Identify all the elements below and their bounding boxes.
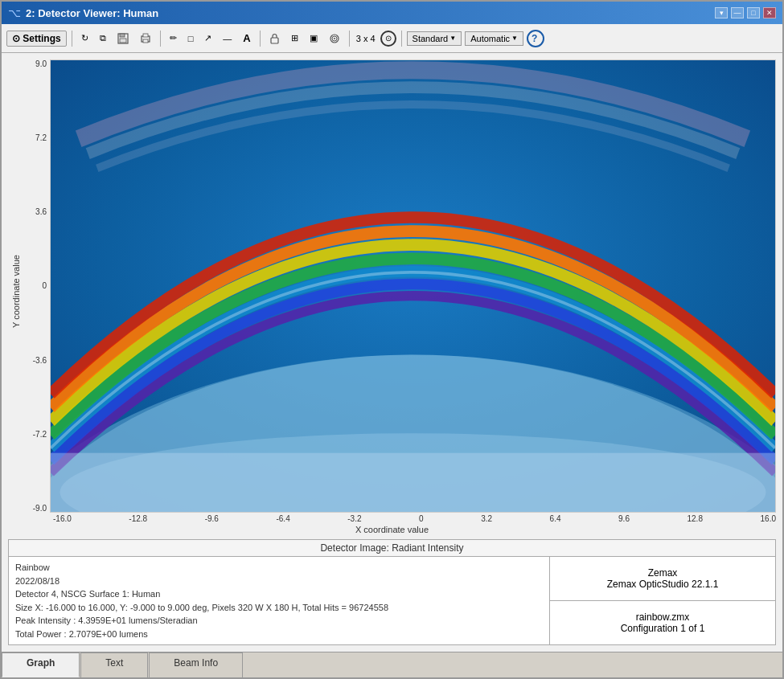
- separator-5: [401, 31, 402, 47]
- img-button[interactable]: ▣: [306, 31, 322, 46]
- x-tick-n64: -6.4: [276, 514, 289, 523]
- separator-1: [72, 31, 72, 47]
- main-content: Y coordinate value 9.0 7.2 3.6 0 -3.6 -7…: [2, 53, 782, 652]
- lock-button[interactable]: [265, 31, 284, 47]
- arrow-button[interactable]: ↗: [200, 31, 215, 46]
- configuration: Configuration 1 of 1: [621, 623, 705, 634]
- pencil-button[interactable]: ✏: [166, 31, 181, 46]
- y-tick-36: 3.6: [21, 207, 47, 216]
- y-tick-9: 9.0: [21, 59, 47, 68]
- copy-button[interactable]: ⧉: [96, 31, 110, 46]
- y-axis-label: Y coordinate value: [8, 59, 21, 523]
- filename: rainbow.zmx: [621, 612, 705, 623]
- grid-label: 3 x 4: [356, 34, 376, 43]
- x-tick-labels: -16.0 -12.8 -9.6 -6.4 -3.2 0 3.2 6.4 9.6…: [21, 513, 776, 523]
- tab-bar: Graph Text Beam Info: [2, 652, 782, 677]
- svg-rect-4: [143, 34, 148, 37]
- title-bar-controls: ▾ — □ ✕: [715, 7, 776, 18]
- x-tick-n128: -12.8: [129, 514, 147, 523]
- chart-with-axes: Y coordinate value 9.0 7.2 3.6 0 -3.6 -7…: [8, 59, 776, 523]
- info-line-1: Rainbow: [15, 561, 543, 575]
- title-bar: ⌥ 2: Detector Viewer: Human ▾ — □ ✕: [2, 2, 782, 24]
- tab-text[interactable]: Text: [80, 652, 148, 677]
- maximize-button[interactable]: □: [747, 7, 760, 18]
- info-body: Rainbow 2022/08/18 Detector 4, NSCG Surf…: [9, 557, 775, 644]
- info-right-bottom: rainbow.zmx Configuration 1 of 1: [550, 601, 775, 644]
- automatic-dropdown-arrow: ▼: [511, 35, 518, 42]
- x-tick-64: 6.4: [550, 514, 561, 523]
- x-tick-n96: -9.6: [205, 514, 219, 523]
- rect-button[interactable]: □: [184, 31, 198, 46]
- close-button[interactable]: ✕: [763, 7, 776, 18]
- standard-dropdown[interactable]: Standard ▼: [407, 31, 462, 46]
- grid-button[interactable]: ⊞: [287, 31, 302, 46]
- window-icon: ⌥: [8, 6, 21, 19]
- y-tick-n72: -7.2: [21, 430, 47, 439]
- dropdown-button[interactable]: ▾: [715, 7, 728, 18]
- standard-dropdown-arrow: ▼: [449, 35, 456, 42]
- info-line-3: Detector 4, NSCG Surface 1: Human: [15, 587, 543, 601]
- x-tick-n16: -16.0: [53, 514, 72, 523]
- y-tick-n9: -9.0: [21, 504, 47, 513]
- info-right-top: Zemax Zemax OpticStudio 22.1.1: [550, 557, 775, 601]
- x-tick-16: 16.0: [761, 514, 776, 523]
- svg-rect-6: [271, 38, 278, 43]
- info-title: Detector Image: Radiant Intensity: [9, 540, 775, 557]
- info-panel: Detector Image: Radiant Intensity Rainbo…: [8, 539, 776, 645]
- y-tick-72: 7.2: [21, 133, 47, 142]
- chart-area: Y coordinate value 9.0 7.2 3.6 0 -3.6 -7…: [8, 59, 776, 534]
- y-tick-labels: 9.0 7.2 3.6 0 -3.6 -7.2 -9.0: [21, 59, 50, 513]
- text-button[interactable]: A: [239, 30, 254, 47]
- rainbow-visualization: [51, 60, 775, 512]
- x-axis-label: X coordinate value: [8, 523, 776, 534]
- x-tick-96: 9.6: [618, 514, 630, 523]
- info-line-4: Size X: -16.000 to 16.000, Y: -9.000 to …: [15, 601, 543, 615]
- minimize-button[interactable]: —: [731, 7, 744, 18]
- info-line-5: Peak Intensity : 4.3959E+01 lumens/Stera…: [15, 614, 543, 628]
- x-tick-0: 0: [419, 514, 424, 523]
- tab-graph[interactable]: Graph: [2, 652, 80, 677]
- filter-button[interactable]: [325, 31, 344, 47]
- toolbar: ⊙ Settings ↻ ⧉ ✏ □ ↗ — A ⊞ ▣ 3 x 4 ⊙ Sta…: [2, 24, 782, 53]
- svg-point-9: [334, 38, 335, 39]
- window-title: 2: Detector Viewer: Human: [26, 7, 158, 19]
- title-bar-left: ⌥ 2: Detector Viewer: Human: [8, 6, 158, 19]
- svg-rect-1: [120, 34, 125, 37]
- chart-canvas: [50, 59, 776, 513]
- main-window: ⌥ 2: Detector Viewer: Human ▾ — □ ✕ ⊙ Se…: [0, 0, 784, 679]
- info-left: Rainbow 2022/08/18 Detector 4, NSCG Surf…: [9, 557, 550, 644]
- zemax-label: Zemax: [607, 567, 719, 579]
- dropdown-icon: ⊙: [12, 33, 20, 44]
- info-line-6: Total Power : 2.7079E+00 lumens: [15, 628, 543, 641]
- info-line-2: 2022/08/18: [15, 575, 543, 588]
- x-tick-128: 12.8: [688, 514, 703, 523]
- automatic-dropdown[interactable]: Automatic ▼: [465, 31, 523, 46]
- separator-4: [349, 31, 350, 47]
- settings-button[interactable]: ⊙ Settings: [6, 31, 67, 47]
- y-tick-0: 0: [21, 281, 47, 290]
- target-button[interactable]: ⊙: [380, 31, 396, 47]
- info-right: Zemax Zemax OpticStudio 22.1.1 rainbow.z…: [550, 557, 775, 644]
- tab-beam-info[interactable]: Beam Info: [149, 652, 243, 677]
- line-button[interactable]: —: [219, 31, 236, 46]
- svg-rect-2: [120, 39, 126, 43]
- zemax-version: Zemax OpticStudio 22.1.1: [607, 579, 719, 590]
- svg-rect-5: [143, 39, 148, 43]
- help-button[interactable]: ?: [527, 30, 544, 47]
- x-tick-32: 3.2: [481, 514, 492, 523]
- refresh-button[interactable]: ↻: [77, 31, 92, 46]
- chart-with-yaxis: 9.0 7.2 3.6 0 -3.6 -7.2 -9.0: [21, 59, 776, 523]
- separator-2: [160, 31, 161, 47]
- y-tick-n36: -3.6: [21, 356, 47, 365]
- svg-rect-14: [51, 453, 775, 512]
- separator-3: [260, 31, 261, 47]
- x-tick-n32: -3.2: [347, 514, 361, 523]
- save-button[interactable]: [113, 31, 133, 47]
- print-button[interactable]: [136, 31, 155, 47]
- chart-row: 9.0 7.2 3.6 0 -3.6 -7.2 -9.0: [21, 59, 776, 513]
